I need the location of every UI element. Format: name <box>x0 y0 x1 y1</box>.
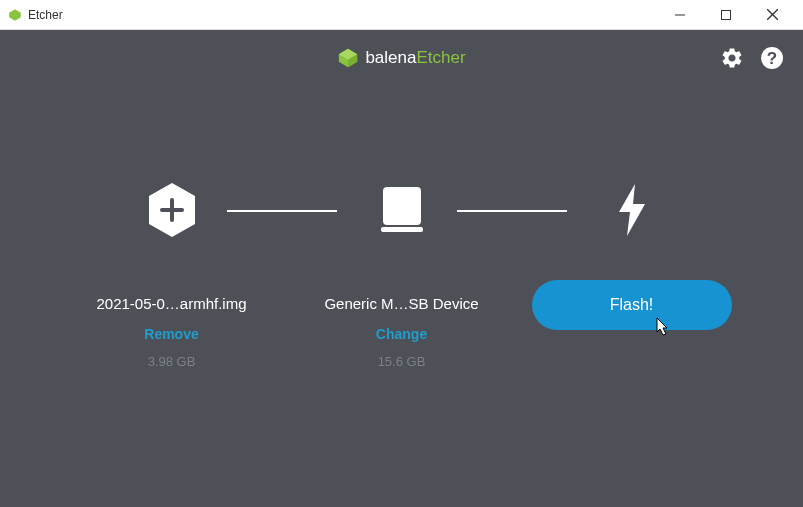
image-size: 3.98 GB <box>148 354 196 369</box>
window-titlebar: Etcher <box>0 0 803 30</box>
logo: balenaEtcher <box>337 47 465 69</box>
window-controls <box>657 0 795 30</box>
svg-rect-13 <box>383 187 421 225</box>
steps-container: 2021-05-0…armhf.img Remove 3.98 GB Gener… <box>0 85 803 369</box>
change-drive-link[interactable]: Change <box>376 326 427 342</box>
close-button[interactable] <box>749 0 795 30</box>
step-flash: Flash! <box>517 180 747 330</box>
svg-rect-14 <box>381 227 423 232</box>
svg-text:?: ? <box>767 49 777 68</box>
svg-marker-0 <box>9 9 21 21</box>
gear-icon <box>720 46 744 70</box>
app-body: balenaEtcher ? 2021-05-0…armhf.img Remov… <box>0 30 803 507</box>
logo-icon <box>337 47 359 69</box>
plus-hex-icon <box>147 182 197 238</box>
flash-button[interactable]: Flash! <box>532 280 732 330</box>
remove-image-link[interactable]: Remove <box>144 326 198 342</box>
svg-rect-2 <box>722 10 731 19</box>
step-image: 2021-05-0…armhf.img Remove 3.98 GB <box>57 180 287 369</box>
window-title: Etcher <box>28 8 657 22</box>
svg-marker-15 <box>619 184 645 236</box>
flash-icon <box>615 184 649 236</box>
drive-size: 15.6 GB <box>378 354 426 369</box>
help-button[interactable]: ? <box>759 45 785 71</box>
help-icon: ? <box>760 46 784 70</box>
drive-name: Generic M…SB Device <box>324 295 478 312</box>
drive-icon <box>379 185 425 235</box>
app-icon <box>8 8 22 22</box>
image-filename: 2021-05-0…armhf.img <box>96 295 246 312</box>
step-drive: Generic M…SB Device Change 15.6 GB <box>287 180 517 369</box>
settings-button[interactable] <box>719 45 745 71</box>
maximize-button[interactable] <box>703 0 749 30</box>
header: balenaEtcher ? <box>0 30 803 85</box>
minimize-button[interactable] <box>657 0 703 30</box>
logo-text: balenaEtcher <box>365 48 465 68</box>
